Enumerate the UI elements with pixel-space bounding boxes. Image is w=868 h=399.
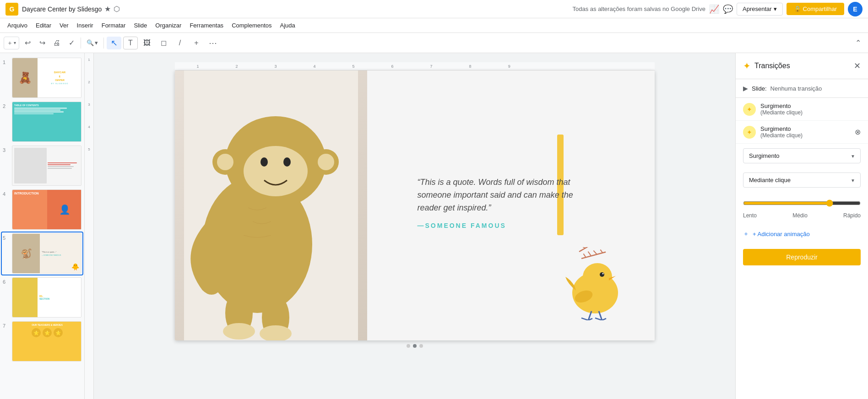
monkey-illustration bbox=[184, 70, 358, 340]
menubar: Arquivo Editar Ver Inserir Formatar Slid… bbox=[0, 18, 868, 33]
slide-item-4[interactable]: 4 INTRODUCTION 👤 bbox=[2, 189, 82, 231]
svg-line-23 bbox=[593, 250, 597, 255]
close-panel-button[interactable]: ✕ bbox=[854, 61, 861, 71]
redo-button[interactable]: ↪ bbox=[36, 37, 49, 49]
animation-info-2: Surgimento (Mediante clique) bbox=[760, 125, 850, 139]
speed-slider[interactable] bbox=[743, 200, 861, 207]
slide-num-7: 7 bbox=[3, 321, 9, 329]
add-button[interactable]: ＋▾ bbox=[4, 37, 19, 49]
present-button[interactable]: Apresentar ▾ bbox=[737, 3, 783, 16]
trend-button[interactable]: 📈 bbox=[709, 4, 719, 14]
menu-arquivo[interactable]: Arquivo bbox=[4, 20, 31, 31]
slide-item-1[interactable]: 1 🧸 DAYCAR E CENTER BY SLIDESGO bbox=[2, 57, 82, 99]
star-icon[interactable]: ★ bbox=[104, 5, 111, 13]
print-button[interactable]: 🖨 bbox=[50, 37, 63, 49]
canvas-left-area bbox=[175, 70, 367, 340]
panel-title: ✦ Transições bbox=[743, 60, 790, 71]
animation-item-2[interactable]: ✦ Surgimento (Mediante clique) ⊗ bbox=[736, 121, 868, 144]
menu-formatar[interactable]: Formatar bbox=[98, 20, 130, 31]
svg-line-14 bbox=[579, 247, 603, 252]
canvas-nav-dots bbox=[407, 344, 423, 348]
present-label: Apresentar bbox=[743, 5, 772, 12]
animation-type-wrapper: Surgimento bbox=[743, 148, 861, 163]
app-icon: G bbox=[5, 3, 18, 16]
quote-block: “This is a quote. Words full of wisdom t… bbox=[418, 176, 578, 229]
svg-line-38 bbox=[602, 318, 606, 320]
shape-tool-button[interactable]: ◻ bbox=[156, 37, 171, 49]
topbar: G Daycare Center by Slidesgo ★ ⬡ Todas a… bbox=[0, 0, 868, 18]
chick-svg bbox=[559, 247, 627, 320]
menu-ver[interactable]: Ver bbox=[56, 20, 72, 31]
slide-transition-row[interactable]: ▶ Slide: Nenhuma transição bbox=[736, 79, 868, 98]
menu-organizar[interactable]: Organizar bbox=[152, 20, 185, 31]
delete-animation-button[interactable]: ⊗ bbox=[855, 128, 861, 136]
speed-labels-row: Lento Médio Rápido bbox=[743, 212, 861, 219]
slide-item-7[interactable]: 7 OUR TEACHERS & HEROES ⭐ ⭐ ⭐ bbox=[2, 320, 82, 362]
animation-trigger-2: (Mediante clique) bbox=[760, 132, 850, 139]
zoom-button[interactable]: 🔍▾ bbox=[84, 37, 101, 49]
chevron-right-icon: ▶ bbox=[743, 85, 748, 92]
menu-editar[interactable]: Editar bbox=[32, 20, 55, 31]
speed-label-fast: Rápido bbox=[843, 212, 861, 219]
quote-text: “This is a quote. Words full of wisdom t… bbox=[418, 176, 578, 215]
menu-inserir[interactable]: Inserir bbox=[73, 20, 97, 31]
header-right: Todas as alterações foram salvas no Goog… bbox=[573, 2, 863, 16]
share-button[interactable]: 🔒 Compartilhar bbox=[787, 3, 844, 15]
svg-point-4 bbox=[260, 157, 268, 167]
menu-ferramentas[interactable]: Ferramentas bbox=[186, 20, 227, 31]
slide-thumb-1: 🧸 DAYCAR E CENTER BY SLIDESGO bbox=[12, 58, 81, 98]
cursor-tool-button[interactable]: ↖ bbox=[107, 37, 121, 49]
reproduce-button[interactable]: Reproduzir bbox=[743, 249, 861, 265]
slide-item-2[interactable]: 2 TABLE OF CONTENTS bbox=[2, 101, 82, 143]
image-tool-button[interactable]: 🖼 bbox=[140, 37, 154, 49]
transitions-icon: ✦ bbox=[743, 60, 751, 71]
svg-point-27 bbox=[583, 263, 612, 291]
quote-author: —SOMEONE FAMOUS bbox=[418, 222, 578, 229]
animation-name-2: Surgimento bbox=[760, 125, 850, 132]
ruler-horizontal: 1 2 3 4 5 6 7 8 9 bbox=[175, 62, 655, 70]
add-icon: ＋ bbox=[743, 230, 749, 238]
more-tools-button[interactable]: ⋯ bbox=[206, 37, 220, 49]
add-animation-row[interactable]: ＋ + Adicionar animação bbox=[736, 224, 868, 243]
panel-header: ✦ Transições ✕ bbox=[736, 53, 868, 79]
present-arrow-icon: ▾ bbox=[774, 5, 777, 12]
menu-complementos[interactable]: Complementos bbox=[228, 20, 275, 31]
nav-dot-active bbox=[413, 344, 417, 348]
line-tool-button[interactable]: / bbox=[173, 37, 187, 49]
animation-trigger-1: (Mediante clique) bbox=[760, 109, 861, 116]
comment-button[interactable]: 💬 bbox=[723, 4, 733, 14]
slide-item-6[interactable]: 6 01. SECTION bbox=[2, 276, 82, 318]
slide-thumb-5: 🐒 "This is a quote..." —SOMEONE FAMOUS 🐥 bbox=[12, 233, 81, 274]
slide-item-3[interactable]: 3 bbox=[2, 145, 82, 187]
title-area: Daycare Center by Slidesgo ★ ⬡ bbox=[22, 5, 120, 13]
saved-text: Todas as alterações foram salvas no Goog… bbox=[573, 5, 705, 12]
undo-button[interactable]: ↩ bbox=[21, 37, 34, 49]
animation-icon-1: ✦ bbox=[743, 103, 756, 116]
svg-point-9 bbox=[318, 154, 334, 170]
menu-slide[interactable]: Slide bbox=[130, 20, 151, 31]
slide-canvas: “This is a quote. Words full of wisdom t… bbox=[175, 70, 655, 340]
slide-thumb-7: OUR TEACHERS & HEROES ⭐ ⭐ ⭐ bbox=[12, 321, 81, 361]
comment-tool-button[interactable]: + bbox=[189, 37, 204, 49]
slide-label: Slide: bbox=[752, 85, 767, 92]
trigger-select[interactable]: Mediante clique bbox=[743, 173, 861, 188]
speed-section: Lento Médio Rápido bbox=[736, 192, 868, 224]
zoom-arrow: ▾ bbox=[95, 39, 98, 46]
animation-type-select[interactable]: Surgimento bbox=[743, 148, 861, 163]
avatar[interactable]: E bbox=[848, 2, 863, 16]
text-tool-button[interactable]: T bbox=[123, 37, 138, 49]
main-content: 1 🧸 DAYCAR E CENTER BY SLIDESGO 2 TABLE bbox=[0, 53, 868, 399]
share-label: Compartilhar bbox=[803, 5, 837, 12]
slide-num-2: 2 bbox=[3, 102, 9, 109]
collapse-panel-button[interactable]: ⌃ bbox=[852, 37, 864, 49]
folder-icon[interactable]: ⬡ bbox=[114, 5, 120, 13]
slide-content-area: 1 2 3 4 5 6 7 8 9 bbox=[94, 53, 735, 399]
zoom-icon: 🔍 bbox=[87, 39, 94, 46]
slide-item-5[interactable]: 5 🐒 "This is a quote..." —SOMEONE FAMOUS… bbox=[2, 232, 82, 275]
spell-check-button[interactable]: ✓ bbox=[65, 37, 78, 49]
nav-dot bbox=[419, 344, 423, 348]
animation-item-1[interactable]: ✦ Surgimento (Mediante clique) bbox=[736, 98, 868, 121]
menu-ajuda[interactable]: Ajuda bbox=[277, 20, 299, 31]
svg-line-33 bbox=[581, 318, 588, 320]
lock-icon: 🔒 bbox=[794, 5, 801, 12]
